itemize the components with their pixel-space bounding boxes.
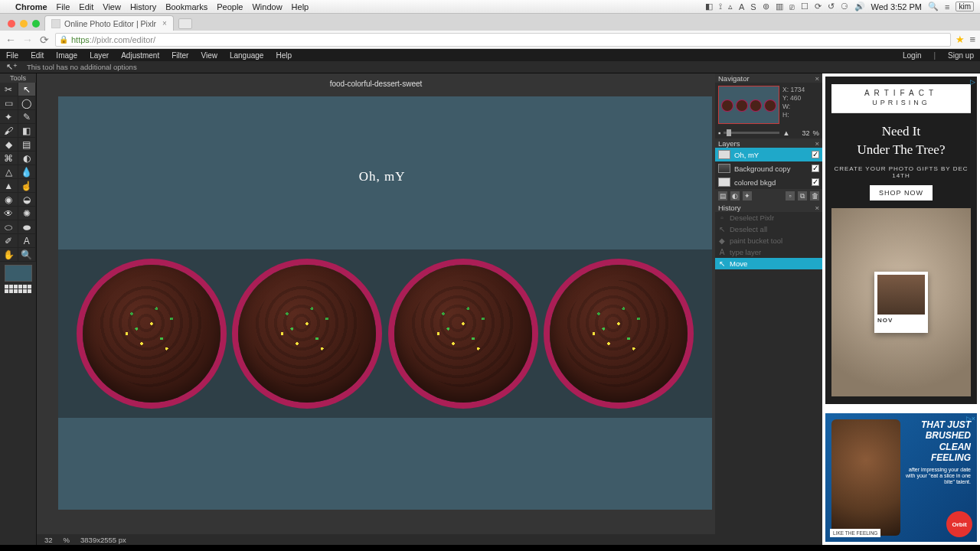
close-tab-button[interactable]: ×: [162, 19, 167, 28]
mac-menu-help[interactable]: Help: [292, 2, 309, 11]
layer-row[interactable]: Oh, mY: [715, 148, 822, 161]
canvas-text-layer[interactable]: Oh, mY: [359, 169, 406, 184]
color-replace-tool[interactable]: ◐: [18, 152, 37, 165]
lasso-tool[interactable]: ◯: [18, 96, 37, 110]
status-icon[interactable]: A: [739, 2, 744, 11]
mac-menu-window[interactable]: Window: [252, 2, 282, 11]
redeye-tool[interactable]: 👁: [0, 207, 18, 220]
move-tool[interactable]: ↖: [18, 83, 37, 96]
chrome-menu-button[interactable]: ≡: [969, 34, 975, 45]
pixlr-menu-adjustment[interactable]: Adjustment: [121, 51, 159, 60]
adchoices-icon[interactable]: ▷×: [966, 415, 975, 422]
status-icon[interactable]: ▥: [776, 2, 783, 11]
volume-icon[interactable]: 🔊: [854, 2, 865, 11]
picker-tool[interactable]: ✐: [0, 234, 18, 248]
history-row[interactable]: ◆paint bucket tool: [715, 235, 822, 246]
mac-app-name[interactable]: Chrome: [15, 2, 47, 11]
navigator-zoom-slider[interactable]: ▪ ▲ 32 %: [715, 127, 822, 139]
navigator-thumbnail[interactable]: [718, 86, 779, 124]
draw-tool[interactable]: △: [0, 165, 18, 179]
wand-tool[interactable]: ✦: [0, 110, 18, 124]
close-panel-button[interactable]: ×: [815, 139, 819, 148]
crop-tool[interactable]: ✂: [0, 83, 18, 96]
delete-layer-button[interactable]: 🗑: [810, 191, 819, 201]
history-row[interactable]: ↖Move: [715, 258, 822, 269]
browser-tab[interactable]: Online Photo Editor | Pixlr ×: [44, 15, 174, 31]
pixlr-menu-layer[interactable]: Layer: [90, 51, 109, 60]
history-row[interactable]: ▫Deselect Pixlr: [715, 212, 822, 223]
status-icon[interactable]: ☐: [801, 2, 808, 11]
layer-row[interactable]: Background copy: [715, 161, 822, 175]
status-icon[interactable]: ◧: [705, 2, 713, 11]
close-panel-button[interactable]: ×: [815, 74, 819, 83]
zoom-tool[interactable]: 🔍: [18, 248, 37, 262]
new-tab-button[interactable]: [178, 18, 192, 29]
bucket-tool[interactable]: ◆: [0, 138, 18, 152]
blur-tool[interactable]: 💧: [18, 165, 37, 179]
smudge-tool[interactable]: ☝: [18, 179, 37, 193]
duplicate-layer-button[interactable]: ⧉: [798, 191, 807, 201]
ad-artifact-uprising[interactable]: ▷ ARTIFACT UPRISING Need It Under The Tr…: [825, 77, 977, 404]
mac-menu-history[interactable]: History: [130, 2, 156, 11]
type-tool[interactable]: A: [18, 234, 37, 248]
minimize-window-button[interactable]: [20, 20, 28, 28]
history-header[interactable]: History ×: [715, 203, 822, 212]
new-layer-button[interactable]: ▫: [786, 191, 795, 201]
bookmark-star-icon[interactable]: ★: [956, 34, 965, 45]
close-window-button[interactable]: [8, 20, 15, 28]
ad-orbit[interactable]: ▷× THAT JUST BRUSHED CLEAN FEELING after…: [825, 413, 977, 542]
status-icon[interactable]: ⎚: [789, 2, 795, 11]
status-icon[interactable]: ↺: [828, 2, 835, 11]
spot-heal-tool[interactable]: ✺: [18, 207, 37, 220]
zoom-in-icon[interactable]: ▲: [782, 129, 789, 137]
close-panel-button[interactable]: ×: [815, 204, 819, 212]
pixlr-menu-view[interactable]: View: [201, 51, 217, 60]
mac-menu-view[interactable]: View: [103, 2, 121, 11]
mac-menu-edit[interactable]: Edit: [79, 2, 93, 11]
gradient-tool[interactable]: ▤: [18, 138, 37, 152]
menu-icon[interactable]: ≡: [945, 2, 949, 11]
layer-visibility-toggle[interactable]: [812, 151, 819, 158]
ad-cta-button[interactable]: SHOP NOW: [870, 185, 933, 201]
history-row[interactable]: Atype layer: [715, 246, 822, 258]
mac-clock[interactable]: Wed 3:52 PM: [871, 2, 922, 11]
layer-mask-button[interactable]: ◐: [730, 191, 740, 201]
mac-menu-file[interactable]: File: [57, 2, 70, 11]
status-icon[interactable]: ⟟: [719, 2, 722, 11]
mac-user[interactable]: kim: [956, 2, 974, 11]
status-icon[interactable]: S: [750, 2, 756, 11]
spotlight-icon[interactable]: 🔍: [928, 2, 939, 11]
maximize-window-button[interactable]: [32, 20, 40, 28]
back-button[interactable]: ←: [5, 34, 17, 46]
layer-visibility-toggle[interactable]: [812, 165, 819, 172]
layer-settings-button[interactable]: ▤: [718, 191, 727, 201]
mac-menu-people[interactable]: People: [217, 2, 243, 11]
pencil-tool[interactable]: ✎: [18, 110, 37, 124]
signup-link[interactable]: Sign up: [948, 51, 974, 60]
foreground-color-swatch[interactable]: [5, 265, 32, 282]
mac-menu-bookmarks[interactable]: Bookmarks: [165, 2, 207, 11]
status-icon[interactable]: ⟳: [815, 2, 822, 11]
layer-row[interactable]: colored bkgd: [715, 175, 822, 189]
navigator-header[interactable]: Navigator ×: [715, 73, 822, 83]
marquee-tool[interactable]: ▭: [0, 96, 18, 110]
pinch-tool[interactable]: ⬬: [18, 220, 37, 234]
zoom-out-icon[interactable]: ▪: [718, 129, 720, 137]
pixlr-menu-filter[interactable]: Filter: [172, 51, 188, 60]
forward-button[interactable]: →: [21, 34, 34, 46]
clone-tool[interactable]: ⌘: [0, 152, 18, 165]
layers-header[interactable]: Layers ×: [715, 139, 822, 148]
pixlr-menu-edit[interactable]: Edit: [31, 51, 44, 60]
sponge-tool[interactable]: ◉: [0, 193, 18, 207]
pixlr-menu-image[interactable]: Image: [56, 51, 77, 60]
pixlr-menu-help[interactable]: Help: [276, 51, 292, 60]
layer-visibility-toggle[interactable]: [812, 178, 819, 186]
history-row[interactable]: ↖Deselect all: [715, 223, 822, 235]
adchoices-icon[interactable]: ▷: [970, 78, 975, 86]
swatches-grid[interactable]: [5, 285, 32, 293]
dodge-tool[interactable]: ◒: [18, 193, 37, 207]
reload-button[interactable]: ⟳: [38, 34, 51, 46]
layer-styles-button[interactable]: ✦: [743, 191, 752, 201]
brush-tool[interactable]: 🖌: [0, 124, 18, 138]
hand-tool[interactable]: ✋: [0, 248, 18, 262]
